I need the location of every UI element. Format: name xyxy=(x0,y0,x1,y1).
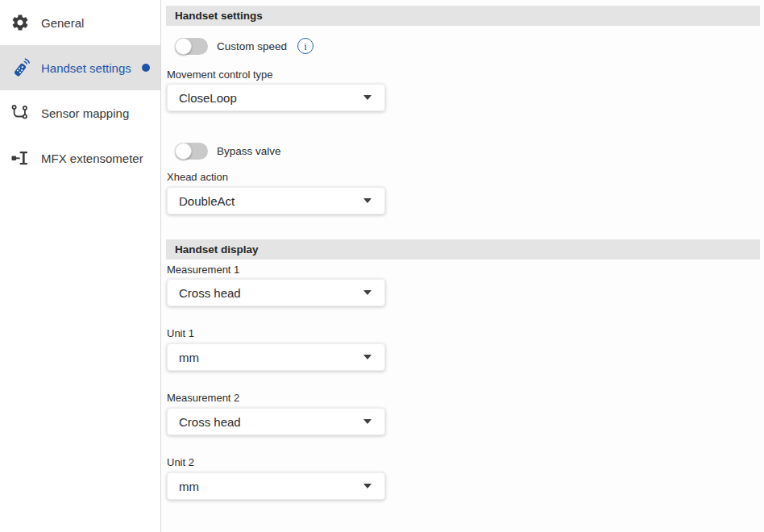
notification-dot xyxy=(142,64,150,72)
remote-icon xyxy=(10,57,31,78)
custom-speed-label: Custom speed xyxy=(215,40,287,52)
sensor-mapping-icon xyxy=(10,102,31,123)
movement-control-type-dropdown[interactable]: CloseLoop xyxy=(167,84,385,111)
settings-content: Handset settings Custom speed i Movement… xyxy=(162,0,764,532)
sidebar-item-mfx-extensometer[interactable]: MFX extensometer xyxy=(0,135,160,181)
measurement-2-dropdown[interactable]: Cross head xyxy=(167,408,385,435)
chevron-down-icon xyxy=(363,484,372,488)
dropdown-value: CloseLoop xyxy=(179,91,237,105)
info-icon[interactable]: i xyxy=(297,38,313,54)
xhead-action-dropdown[interactable]: DoubleAct xyxy=(167,187,385,214)
custom-speed-toggle[interactable] xyxy=(175,38,208,55)
unit-1-dropdown[interactable]: mm xyxy=(167,343,385,371)
bypass-valve-row: Bypass valve xyxy=(175,142,764,160)
measurement-1-dropdown[interactable]: Cross head xyxy=(167,279,385,306)
measurement-2-label: Measurement 2 xyxy=(167,392,764,404)
chevron-down-icon xyxy=(363,95,372,100)
unit-2-dropdown[interactable]: mm xyxy=(167,472,385,500)
settings-sidebar: General Handset settings xyxy=(0,0,161,532)
section-title: Handset settings xyxy=(175,10,263,22)
section-title: Handset display xyxy=(175,243,259,256)
sidebar-item-label: General xyxy=(41,16,84,30)
sidebar-item-label: MFX extensometer xyxy=(41,152,143,165)
measurement-1-label: Measurement 1 xyxy=(167,264,764,276)
gear-icon xyxy=(10,12,31,33)
sidebar-item-label: Handset settings xyxy=(41,61,131,75)
dropdown-value: DoubleAct xyxy=(179,194,235,208)
chevron-down-icon xyxy=(363,290,372,295)
bypass-valve-label: Bypass valve xyxy=(215,145,281,157)
sidebar-item-sensor-mapping[interactable]: Sensor mapping xyxy=(0,90,160,135)
section-header-handset-display: Handset display xyxy=(166,239,760,260)
dropdown-value: Cross head xyxy=(179,415,241,429)
toggle-knob xyxy=(175,143,192,160)
unit-1-label: Unit 1 xyxy=(167,327,764,339)
extensometer-icon xyxy=(10,148,31,168)
sidebar-item-handset-settings[interactable]: Handset settings xyxy=(0,45,160,90)
bypass-valve-toggle[interactable] xyxy=(175,143,208,160)
section-header-handset-settings: Handset settings xyxy=(166,6,760,26)
chevron-down-icon xyxy=(363,419,372,424)
sidebar-item-label: Sensor mapping xyxy=(41,106,129,120)
movement-control-type-label: Movement control type xyxy=(167,69,764,81)
toggle-knob xyxy=(175,38,192,55)
xhead-action-label: Xhead action xyxy=(167,171,764,183)
custom-speed-row: Custom speed i xyxy=(175,37,764,55)
dropdown-value: Cross head xyxy=(179,286,241,300)
unit-2-label: Unit 2 xyxy=(167,456,764,468)
dropdown-value: mm xyxy=(179,480,199,493)
chevron-down-icon xyxy=(363,198,372,203)
dropdown-value: mm xyxy=(179,351,199,364)
chevron-down-icon xyxy=(363,355,372,360)
sidebar-item-general[interactable]: General xyxy=(0,0,160,45)
